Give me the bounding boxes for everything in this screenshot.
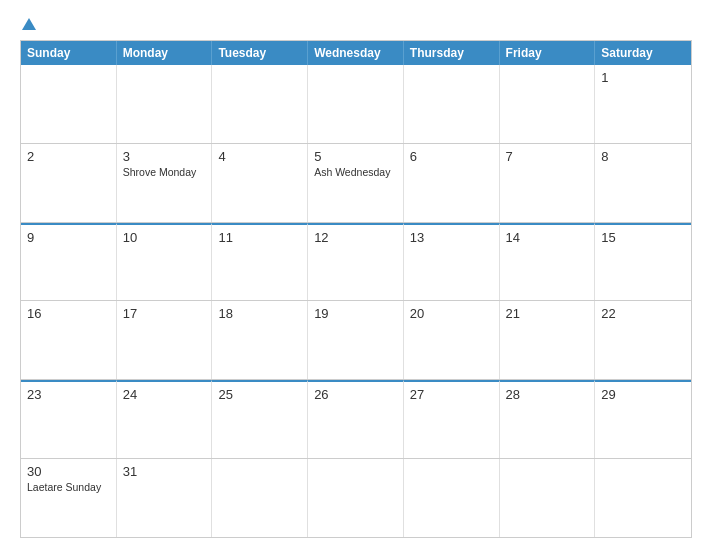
header [20,18,692,30]
calendar-week-4: 16171819202122 [21,300,691,379]
calendar-cell: 20 [404,301,500,379]
day-number: 29 [601,387,685,402]
calendar-week-6: 30Laetare Sunday31 [21,458,691,537]
event-label: Shrove Monday [123,166,206,180]
calendar-cell [500,459,596,537]
calendar-cell: 5Ash Wednesday [308,144,404,222]
calendar-cell: 14 [500,223,596,301]
calendar-cell [212,459,308,537]
calendar-cell [212,65,308,143]
day-number: 25 [218,387,301,402]
calendar-cell: 18 [212,301,308,379]
day-number: 24 [123,387,206,402]
day-number: 31 [123,464,206,479]
header-day-saturday: Saturday [595,41,691,65]
day-number: 27 [410,387,493,402]
calendar-cell: 24 [117,380,213,458]
day-number: 16 [27,306,110,321]
day-number: 1 [601,70,685,85]
event-label: Laetare Sunday [27,481,110,495]
day-number: 26 [314,387,397,402]
calendar-week-3: 9101112131415 [21,222,691,301]
calendar-body: 123Shrove Monday45Ash Wednesday678910111… [21,65,691,537]
calendar-cell: 13 [404,223,500,301]
calendar-cell: 1 [595,65,691,143]
calendar-cell [500,65,596,143]
calendar-cell [21,65,117,143]
day-number: 22 [601,306,685,321]
day-number: 7 [506,149,589,164]
calendar-cell [404,459,500,537]
day-number: 28 [506,387,589,402]
calendar-cell: 8 [595,144,691,222]
calendar-week-5: 23242526272829 [21,379,691,458]
calendar-cell: 4 [212,144,308,222]
header-day-monday: Monday [117,41,213,65]
header-day-friday: Friday [500,41,596,65]
day-number: 6 [410,149,493,164]
logo-triangle-icon [22,18,36,30]
day-number: 4 [218,149,301,164]
day-number: 12 [314,230,397,245]
calendar: SundayMondayTuesdayWednesdayThursdayFrid… [20,40,692,538]
day-number: 11 [218,230,301,245]
day-number: 8 [601,149,685,164]
day-number: 10 [123,230,206,245]
calendar-week-2: 23Shrove Monday45Ash Wednesday678 [21,143,691,222]
calendar-cell: 7 [500,144,596,222]
calendar-header: SundayMondayTuesdayWednesdayThursdayFrid… [21,41,691,65]
calendar-cell: 21 [500,301,596,379]
calendar-cell [308,459,404,537]
day-number: 15 [601,230,685,245]
calendar-cell: 16 [21,301,117,379]
day-number: 30 [27,464,110,479]
calendar-cell: 17 [117,301,213,379]
day-number: 21 [506,306,589,321]
calendar-week-1: 1 [21,65,691,143]
calendar-cell: 3Shrove Monday [117,144,213,222]
calendar-cell: 2 [21,144,117,222]
day-number: 3 [123,149,206,164]
day-number: 5 [314,149,397,164]
calendar-cell: 23 [21,380,117,458]
header-day-tuesday: Tuesday [212,41,308,65]
calendar-page: SundayMondayTuesdayWednesdayThursdayFrid… [0,0,712,550]
logo [20,18,36,30]
calendar-cell: 29 [595,380,691,458]
calendar-cell: 22 [595,301,691,379]
calendar-cell: 30Laetare Sunday [21,459,117,537]
calendar-cell: 10 [117,223,213,301]
day-number: 19 [314,306,397,321]
day-number: 17 [123,306,206,321]
day-number: 18 [218,306,301,321]
calendar-cell: 31 [117,459,213,537]
calendar-cell [117,65,213,143]
calendar-cell: 27 [404,380,500,458]
header-day-sunday: Sunday [21,41,117,65]
calendar-cell: 19 [308,301,404,379]
day-number: 14 [506,230,589,245]
calendar-cell: 9 [21,223,117,301]
calendar-cell: 28 [500,380,596,458]
header-day-wednesday: Wednesday [308,41,404,65]
calendar-cell: 11 [212,223,308,301]
day-number: 9 [27,230,110,245]
calendar-cell [404,65,500,143]
calendar-cell: 26 [308,380,404,458]
day-number: 2 [27,149,110,164]
event-label: Ash Wednesday [314,166,397,180]
day-number: 23 [27,387,110,402]
day-number: 20 [410,306,493,321]
day-number: 13 [410,230,493,245]
calendar-cell: 15 [595,223,691,301]
calendar-cell: 25 [212,380,308,458]
calendar-cell [308,65,404,143]
calendar-cell [595,459,691,537]
calendar-cell: 6 [404,144,500,222]
header-day-thursday: Thursday [404,41,500,65]
calendar-cell: 12 [308,223,404,301]
